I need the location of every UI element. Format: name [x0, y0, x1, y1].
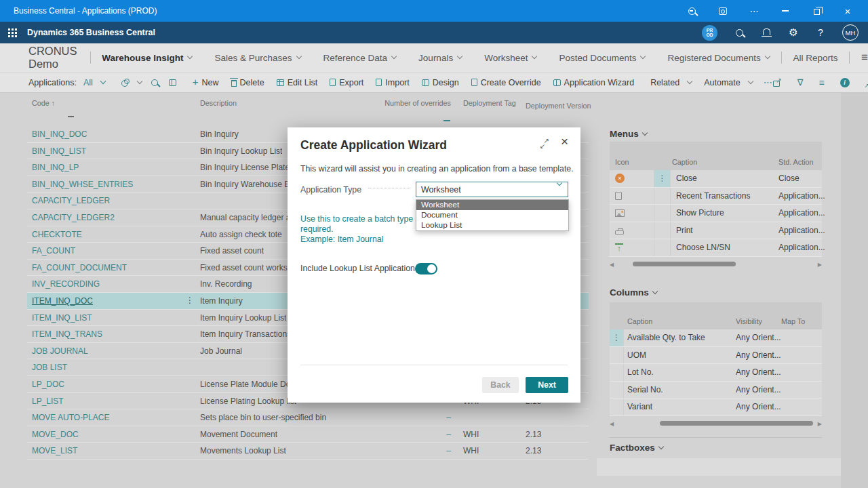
menus-row[interactable]: Recent TransactionsApplication... — [610, 188, 822, 205]
row-menu-icon[interactable] — [654, 205, 671, 222]
avatar[interactable]: MH — [842, 24, 859, 41]
menus-scrollbar[interactable]: ◀ ▶ — [610, 257, 822, 272]
cell-code[interactable]: FA_COUNT_DOCUMENT — [32, 263, 127, 272]
cell-code[interactable]: CAPACITY_LEDGER — [32, 196, 110, 205]
edit-list-button[interactable]: Edit List — [277, 78, 317, 87]
analyze-button[interactable] — [169, 79, 176, 86]
cell-code[interactable]: BIN_INQ_WHSE_ENTRIES — [32, 180, 133, 189]
columns-row[interactable]: UOMAny Orient... — [610, 347, 822, 365]
nav-item-registered-documents[interactable]: Registered Documents — [667, 53, 769, 63]
column-header-deployment-tag[interactable]: Deployment Tag — [463, 99, 516, 107]
import-button[interactable]: Import — [376, 78, 409, 87]
close-icon[interactable]: × — [842, 5, 853, 16]
menus-row[interactable]: ×⋮CloseClose — [610, 170, 822, 188]
dropdown-option-document[interactable]: Document — [416, 210, 568, 220]
related-menu[interactable]: Related — [650, 78, 692, 87]
new-button[interactable]: +New — [193, 77, 219, 87]
share-icon[interactable] — [773, 79, 782, 87]
search-list-button[interactable] — [151, 79, 158, 86]
next-button[interactable]: Next — [526, 377, 568, 393]
export-button[interactable]: Export — [330, 78, 363, 87]
columns-section-heading[interactable]: Columns — [610, 287, 657, 298]
nav-item-worksheet[interactable]: Worksheet — [484, 53, 536, 63]
menus-row[interactable]: Show PictureApplication... — [610, 205, 822, 222]
column-header-overrides[interactable]: Number of overrides — [332, 99, 451, 107]
cell-code[interactable]: CAPACITY_LEDGER2 — [32, 213, 115, 222]
cell-code[interactable]: ITEM_INQ_DOC — [32, 296, 93, 306]
settings-gear-icon[interactable]: ⚙ — [788, 27, 799, 38]
design-button[interactable]: Design — [422, 78, 459, 87]
delete-button[interactable]: Delete — [231, 78, 264, 87]
cell-code[interactable]: ITEM_INQ_TRANS — [32, 329, 102, 339]
scroll-right-icon[interactable]: ▶ — [814, 421, 822, 427]
info-icon[interactable]: i — [840, 78, 850, 87]
cell-code[interactable]: ITEM_INQ_LIST — [32, 313, 92, 323]
cell-code[interactable]: JOB LIST — [32, 363, 67, 372]
table-row[interactable]: MOVE_LISTMovements Lookup List–WHI2.13 — [27, 443, 589, 460]
restore-icon[interactable] — [811, 5, 822, 16]
factboxes-section-heading[interactable]: Factboxes — [610, 443, 663, 453]
apps-waffle-icon[interactable] — [8, 28, 10, 30]
row-menu-icon[interactable] — [654, 188, 671, 205]
cell-code[interactable]: INV_RECORDING — [32, 279, 100, 289]
minimize-icon[interactable] — [780, 5, 791, 16]
include-lookup-list-toggle[interactable] — [415, 263, 437, 274]
cell-code[interactable]: LP_DOC — [32, 380, 64, 389]
row-menu-icon[interactable]: ⋮ — [184, 296, 195, 305]
menu-hamburger-icon[interactable]: ≡ — [861, 51, 868, 64]
nav-item-reference-data[interactable]: Reference Data — [323, 53, 397, 63]
automate-menu[interactable]: Automate — [704, 78, 753, 87]
columns-row[interactable]: ⋮Available Qty. to TakeAny Orient... — [610, 329, 822, 347]
nav-item-warehouse-insight[interactable]: Warehouse Insight — [102, 53, 192, 63]
scroll-left-icon[interactable]: ◀ — [610, 262, 618, 268]
environment-badge[interactable]: PROD — [702, 25, 717, 41]
create-override-button[interactable]: Create Override — [471, 78, 541, 87]
dialog-close-icon[interactable]: × — [561, 134, 568, 149]
open-window-icon[interactable] — [717, 5, 728, 16]
cell-code[interactable]: MOVE AUTO-PLACE — [32, 413, 109, 422]
cell-code[interactable]: BIN_INQ_LIST — [32, 146, 86, 156]
application-wizard-button[interactable]: Application Wizard — [553, 78, 635, 87]
row-menu-icon[interactable] — [654, 222, 671, 239]
cell-code[interactable]: LP_LIST — [32, 396, 64, 406]
cell-code[interactable]: MOVE_LIST — [32, 446, 77, 455]
column-header-code[interactable]: Code ↑ — [32, 99, 55, 107]
columns-row[interactable]: Serial No.Any Orient... — [610, 382, 822, 399]
row-menu-icon[interactable]: ⋮ — [610, 329, 624, 346]
cell-code[interactable]: FA_COUNT — [32, 246, 75, 256]
application-type-combobox[interactable]: Worksheet — [416, 182, 568, 197]
nav-item-sales-purchases[interactable]: Sales & Purchases — [214, 53, 300, 63]
cell-code[interactable]: BIN_INQ_DOC — [32, 129, 87, 139]
more-icon[interactable]: ⋯ — [749, 5, 760, 16]
table-row[interactable]: MOVE AUTO-PLACESets place bin to user-sp… — [27, 409, 589, 426]
nav-item-journals[interactable]: Journals — [418, 53, 462, 63]
cell-code[interactable]: JOB JOURNAL — [32, 346, 88, 356]
row-menu-icon[interactable] — [610, 364, 624, 381]
search-icon[interactable] — [734, 27, 745, 38]
row-menu-icon[interactable] — [610, 347, 624, 364]
scroll-left-icon[interactable]: ◀ — [610, 421, 618, 427]
menus-section-heading[interactable]: Menus — [610, 129, 647, 139]
filter-value-dropdown[interactable]: All — [83, 78, 105, 87]
scrollbar-thumb[interactable] — [633, 262, 736, 266]
collapse-icon[interactable] — [865, 78, 868, 87]
row-menu-icon[interactable] — [610, 399, 624, 415]
table-row[interactable]: MOVE_DOCMovement Document–WHI2.13 — [27, 426, 589, 443]
row-menu-icon[interactable] — [610, 382, 624, 399]
menus-row[interactable]: PrintApplication... — [610, 222, 822, 240]
saved-views-button[interactable] — [121, 79, 142, 87]
nav-item-all-reports[interactable]: All Reports — [793, 53, 837, 63]
cell-code[interactable]: CHECKTOTE — [32, 230, 82, 239]
cell-code[interactable]: BIN_INQ_LP — [32, 163, 79, 172]
dropdown-option-worksheet[interactable]: Worksheet — [416, 200, 568, 210]
columns-scrollbar[interactable]: ◀ ▶ — [610, 416, 822, 431]
scroll-right-icon[interactable]: ▶ — [814, 262, 822, 268]
dropdown-option-lookup-list[interactable]: Lookup List — [416, 220, 568, 230]
menus-row[interactable]: ↑Choose LN/SNApplication... — [610, 239, 822, 257]
columns-row[interactable]: Lot No.Any Orient... — [610, 364, 822, 382]
company-name[interactable]: CRONUS Demo — [28, 45, 79, 70]
row-menu-icon[interactable]: ⋮ — [654, 170, 671, 187]
help-icon[interactable]: ? — [815, 27, 826, 38]
back-button[interactable]: Back — [482, 377, 519, 393]
columns-row[interactable]: VariantAny Orient... — [610, 399, 822, 416]
